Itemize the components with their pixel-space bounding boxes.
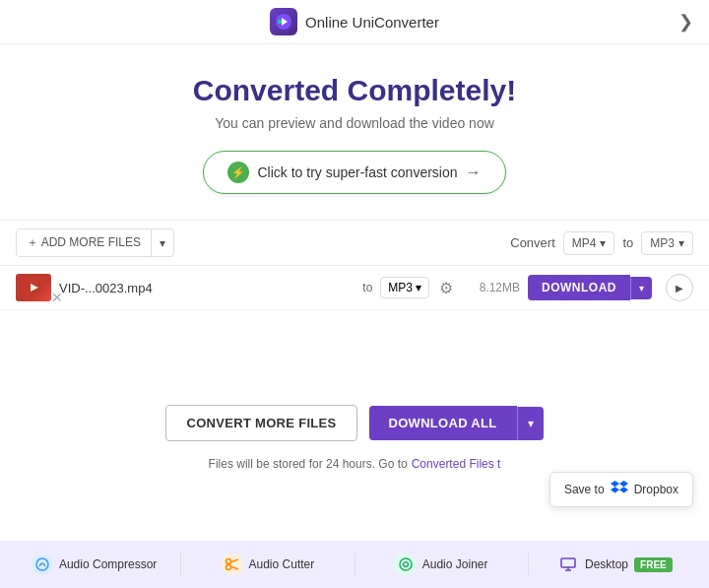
audio-compressor-icon [32,554,53,575]
action-bar: CONVERT MORE FILES DOWNLOAD ALL ▾ [0,389,709,457]
audio-joiner-label: Audio Joiner [422,557,488,571]
to-format-value: MP3 [650,236,675,250]
convert-format-controls: Convert MP4 ▾ to MP3 ▾ [510,231,693,255]
desktop-label: Desktop [585,557,628,571]
from-format-select[interactable]: MP4 ▾ [563,231,615,255]
svg-point-2 [278,20,282,24]
audio-cutter-tool[interactable]: Audio Cutter [181,541,354,588]
download-all-button[interactable]: DOWNLOAD ALL [369,406,517,440]
add-files-control: ＋ ADD MORE FILES ▾ [16,229,174,257]
speed-btn-label: Click to try super-fast conversion [257,164,457,180]
thumbnail-image [16,274,51,301]
lightning-icon: ⚡ [227,162,249,183]
file-name: VID-...0023.mp4 [59,281,354,295]
file-format-select[interactable]: MP3 ▾ [380,277,429,298]
convert-more-files-button[interactable]: CONVERT MORE FILES [165,405,356,441]
free-badge: FREE [634,557,673,572]
file-list: VID-...0023.mp4 to MP3 ▾ ⚙ 8.12MB DOWNLO… [0,266,709,310]
download-button-group: DOWNLOAD ▾ [528,275,652,300]
audio-joiner-tool[interactable]: Audio Joiner [355,541,528,588]
add-files-dropdown-button[interactable]: ▾ [152,231,173,255]
download-all-dropdown-button[interactable]: ▾ [517,407,544,440]
dropbox-service-label: Dropbox [634,483,678,496]
download-dropdown-button[interactable]: ▾ [630,277,652,299]
download-button[interactable]: DOWNLOAD [528,275,630,300]
file-toolbar: ＋ ADD MORE FILES ▾ Convert MP4 ▾ to MP3 … [0,220,709,266]
file-format-arrow-icon: ▾ [416,281,421,294]
speed-btn-arrow-icon: → [466,163,482,181]
download-all-group: DOWNLOAD ALL ▾ [369,406,544,440]
file-to-label: to [362,281,372,294]
audio-compressor-label: Audio Compressor [59,557,157,571]
audio-compressor-tool[interactable]: Audio Compressor [8,541,180,588]
to-label: to [622,235,633,250]
converted-files-link[interactable]: Converted Files t [412,457,501,471]
play-preview-button[interactable]: ▶ [666,274,693,301]
file-format-value: MP3 [388,281,413,294]
svg-rect-11 [561,558,575,567]
dropbox-icon [611,481,628,498]
convert-label: Convert [510,235,555,250]
audio-cutter-label: Audio Cutter [249,557,315,571]
desktop-tool[interactable]: Desktop FREE [529,541,701,588]
svg-point-7 [226,565,230,570]
svg-point-10 [400,558,412,570]
add-files-button[interactable]: ＋ ADD MORE FILES [17,229,152,256]
hero-subtitle: You can preview and download the video n… [16,115,693,131]
logo-icon [270,8,297,35]
desktop-icon [557,554,579,575]
save-to-label: Save to [564,483,605,496]
audio-cutter-icon [222,554,243,575]
storage-text: Files will be stored for 24 hours. Go to [209,457,408,471]
app-logo: Online UniConverter [270,8,439,35]
from-format-arrow-icon: ▾ [600,236,606,250]
play-icon: ▶ [676,283,683,294]
super-fast-conversion-button[interactable]: ⚡ Click to try super-fast conversion → [203,151,505,194]
app-header: Online UniConverter ❯ [0,0,709,44]
bottom-toolbar: Audio Compressor Audio Cutter Audio Join… [0,541,709,588]
hero-title: Converted Completely! [16,74,693,107]
file-thumbnail [16,274,51,301]
svg-point-6 [226,559,230,564]
dropbox-save-tooltip: Save to Dropbox [549,472,693,507]
table-row: VID-...0023.mp4 to MP3 ▾ ⚙ 8.12MB DOWNLO… [0,266,709,310]
audio-joiner-icon [395,554,417,575]
file-size: 8.12MB [461,281,520,294]
file-settings-icon[interactable]: ⚙ [439,279,453,297]
hero-section: Converted Completely! You can preview an… [0,44,709,210]
close-file-icon[interactable]: ✕ [51,290,63,305]
from-format-value: MP4 [572,236,597,250]
to-format-arrow-icon: ▾ [678,236,684,250]
to-format-select[interactable]: MP3 ▾ [641,231,693,255]
header-chevron-icon[interactable]: ❯ [678,11,693,33]
app-title: Online UniConverter [305,14,439,31]
svg-point-5 [36,558,48,570]
